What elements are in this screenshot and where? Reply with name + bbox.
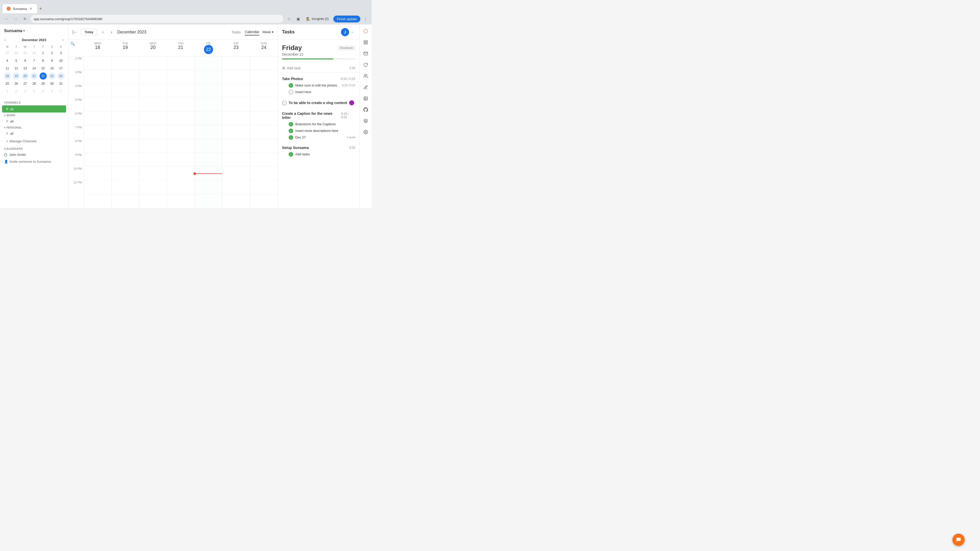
- mini-day-12[interactable]: 12: [13, 65, 20, 72]
- mini-day-21[interactable]: 21: [30, 73, 38, 79]
- right-icon-refresh[interactable]: [361, 60, 370, 69]
- sidebar-item-work-all[interactable]: # all: [2, 118, 66, 125]
- subtask-check-insert-more[interactable]: ✓: [289, 129, 293, 133]
- mini-day-6[interactable]: 6: [22, 57, 29, 64]
- three-dot-menu[interactable]: ⋮: [363, 17, 369, 21]
- slot-fri-5pm[interactable]: [195, 98, 222, 111]
- next-week-btn[interactable]: ›: [109, 29, 114, 35]
- mini-day-29[interactable]: 29: [40, 80, 47, 87]
- slot-sun-5pm[interactable]: [250, 98, 278, 111]
- mini-day-27-nov[interactable]: 27: [4, 49, 11, 57]
- slot-sat-9pm[interactable]: [223, 153, 250, 167]
- right-icon-layers[interactable]: [361, 116, 370, 125]
- slot-thu-5pm[interactable]: [167, 98, 195, 111]
- cal-col-fri[interactable]: [194, 56, 222, 208]
- slot-tue-7pm[interactable]: [112, 125, 139, 139]
- slot-mon-6pm[interactable]: [84, 111, 111, 125]
- mini-day-25[interactable]: 25: [4, 80, 11, 87]
- slot-mon-10pm[interactable]: [84, 167, 111, 180]
- mini-day-27[interactable]: 27: [22, 80, 29, 87]
- slot-wed-2pm[interactable]: [139, 56, 167, 70]
- mini-day-20[interactable]: 20: [22, 73, 29, 79]
- mini-day-3-jan[interactable]: 3: [22, 88, 29, 95]
- slot-wed-3pm[interactable]: [139, 70, 167, 84]
- slot-thu-6pm[interactable]: [167, 111, 195, 125]
- slot-mon-5pm[interactable]: [84, 98, 111, 111]
- tab-calendar[interactable]: Calendar: [245, 29, 259, 35]
- slot-sat-10pm[interactable]: [223, 167, 250, 180]
- slot-thu-2pm[interactable]: [167, 56, 195, 70]
- slot-sat-6pm[interactable]: [223, 111, 250, 125]
- right-icon-table[interactable]: [361, 94, 370, 103]
- slot-mon-3pm[interactable]: [84, 70, 111, 84]
- subtask-check-insert[interactable]: ✓: [289, 90, 293, 94]
- slot-mon-2pm[interactable]: [84, 56, 111, 70]
- cal-col-mon[interactable]: [84, 56, 111, 208]
- slot-wed-8pm[interactable]: [139, 139, 167, 153]
- mini-day-1-jan[interactable]: 1: [4, 88, 11, 95]
- slot-wed-5pm[interactable]: [139, 98, 167, 111]
- slot-sun-3pm[interactable]: [250, 70, 278, 84]
- right-icon-pen[interactable]: [361, 83, 370, 92]
- mini-day-22-today[interactable]: 22: [40, 73, 47, 79]
- slot-fri-11pm[interactable]: [195, 180, 222, 194]
- mini-day-1[interactable]: 1: [40, 49, 47, 57]
- add-task-row[interactable]: ⊕ Add task 1:00: [278, 64, 360, 73]
- cal-col-sun[interactable]: [250, 56, 278, 208]
- slot-tue-9pm[interactable]: [112, 153, 139, 167]
- panel-expand-btn[interactable]: →: [349, 29, 355, 35]
- slot-thu-11pm[interactable]: [167, 180, 195, 194]
- slot-thu-3pm[interactable]: [167, 70, 195, 84]
- mini-day-2-jan[interactable]: 2: [13, 88, 20, 95]
- slot-thu-10pm[interactable]: [167, 167, 195, 180]
- slot-sat-4pm[interactable]: [223, 84, 250, 98]
- mini-day-11[interactable]: 11: [4, 65, 11, 72]
- mini-day-14[interactable]: 14: [30, 65, 38, 72]
- slot-tue-2pm[interactable]: [112, 56, 139, 70]
- prev-week-btn[interactable]: ‹: [100, 29, 106, 35]
- forward-btn[interactable]: →: [12, 15, 19, 22]
- cal-col-wed[interactable]: [139, 56, 167, 208]
- slot-mon-11pm[interactable]: [84, 180, 111, 194]
- slot-sat-3pm[interactable]: [223, 70, 250, 84]
- slot-sat-5pm[interactable]: [223, 98, 250, 111]
- slot-tue-8pm[interactable]: [112, 139, 139, 153]
- slot-mon-7pm[interactable]: [84, 125, 111, 139]
- slot-sun-9pm[interactable]: [250, 153, 278, 167]
- slot-mon-8pm[interactable]: [84, 139, 111, 153]
- mini-day-30-nov[interactable]: 30: [30, 49, 38, 57]
- slot-sun-4pm[interactable]: [250, 84, 278, 98]
- slot-wed-11pm[interactable]: [139, 180, 167, 194]
- slot-sun-2pm[interactable]: [250, 56, 278, 70]
- incognito-btn[interactable]: 🕵 Incognito (2): [304, 16, 331, 22]
- mini-day-30[interactable]: 30: [48, 80, 56, 87]
- mini-day-2[interactable]: 2: [48, 49, 56, 57]
- mini-day-18[interactable]: 18: [4, 73, 11, 79]
- invite-btn[interactable]: 👤 Invite someone to Sunsama: [0, 158, 68, 165]
- mini-day-4-jan[interactable]: 4: [30, 88, 38, 95]
- slot-sun-8pm[interactable]: [250, 139, 278, 153]
- slot-sat-11pm[interactable]: [223, 180, 250, 194]
- mini-day-23[interactable]: 23: [48, 73, 56, 79]
- right-icon-mail[interactable]: [361, 49, 370, 58]
- subtask-check-brainstorm[interactable]: ✓: [289, 122, 293, 127]
- mini-day-24[interactable]: 24: [57, 73, 65, 79]
- mini-cal-prev-btn[interactable]: ‹: [3, 37, 7, 42]
- address-bar[interactable]: app.sunsama.com/group/17031827644696380: [30, 15, 283, 23]
- sidebar-item-personal-all[interactable]: # all: [2, 130, 66, 137]
- zoom-icon-btn[interactable]: 🔍: [70, 42, 75, 46]
- slot-thu-4pm[interactable]: [167, 84, 195, 98]
- mini-day-4[interactable]: 4: [4, 57, 11, 64]
- tab-close-btn[interactable]: ✕: [29, 6, 33, 11]
- cal-col-sat[interactable]: [222, 56, 250, 208]
- view-dropdown[interactable]: Week ▾: [262, 30, 274, 34]
- refresh-btn[interactable]: ↻: [21, 15, 29, 22]
- slot-tue-10pm[interactable]: [112, 167, 139, 180]
- slot-thu-7pm[interactable]: [167, 125, 195, 139]
- slot-mon-4pm[interactable]: [84, 84, 111, 98]
- slot-wed-4pm[interactable]: [139, 84, 167, 98]
- slot-tue-3pm[interactable]: [112, 70, 139, 84]
- slot-sat-8pm[interactable]: [223, 139, 250, 153]
- mini-day-7-jan[interactable]: 7: [57, 88, 65, 95]
- mini-day-10[interactable]: 10: [57, 57, 65, 64]
